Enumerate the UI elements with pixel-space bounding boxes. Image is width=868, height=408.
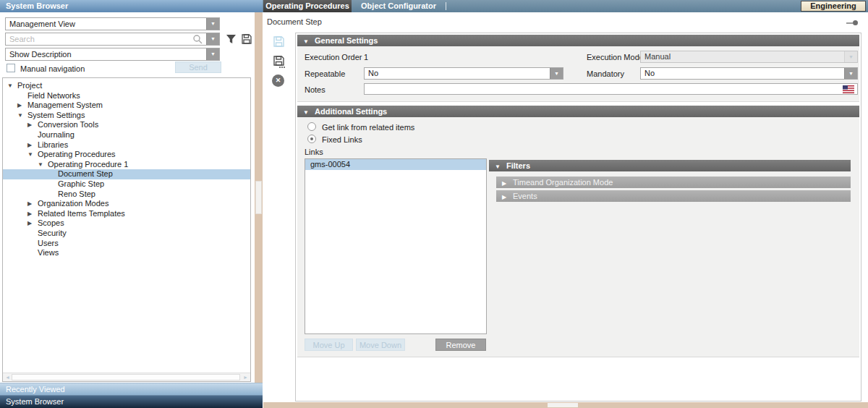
system-browser-panel-title: System Browser <box>0 0 263 12</box>
filters-header[interactable]: ▼Filters <box>489 160 851 171</box>
chevron-down-icon[interactable]: ▼ <box>844 68 857 79</box>
send-button[interactable]: Send <box>175 61 221 73</box>
chevron-glyph: ▼ <box>210 21 216 26</box>
remove-button[interactable]: Remove <box>435 339 486 351</box>
expanded-arrow-icon[interactable]: ▼ <box>38 160 48 170</box>
execution-order-label: Execution Order <box>305 53 362 61</box>
save-as-icon[interactable] <box>273 55 286 70</box>
tree-item-organization-modes[interactable]: ▶Organization Modes <box>3 199 250 209</box>
tree-item-label: Operating Procedure 1 <box>48 160 128 169</box>
save-search-icon[interactable] <box>241 33 252 46</box>
section-title: Additional Settings <box>315 107 387 116</box>
tree-item-label: Management System <box>27 101 103 109</box>
tree-item-libraries[interactable]: ▶Libraries <box>3 140 250 150</box>
fixed-links-radio[interactable] <box>307 135 316 143</box>
tab-object-configurator[interactable]: Object Configurator <box>352 0 446 12</box>
tree-item-label: Document Step <box>58 169 113 178</box>
tree-item-label: Libraries <box>38 140 68 149</box>
expanded-arrow-icon[interactable]: ▼ <box>17 111 27 121</box>
vertical-scrollbar[interactable] <box>255 12 263 383</box>
chevron-glyph: ▼ <box>848 71 854 76</box>
tree-item-journaling[interactable]: Journaling <box>3 130 250 140</box>
pin-icon[interactable] <box>846 20 858 25</box>
tree-item-users[interactable]: Users <box>3 239 250 249</box>
move-down-button[interactable]: Move Down <box>356 339 405 351</box>
tree-item-conversion-tools[interactable]: ▶Conversion Tools <box>3 120 250 130</box>
tree-item-label: Views <box>38 248 59 257</box>
expanded-arrow-icon[interactable]: ▼ <box>7 81 17 91</box>
tree-item-related-items-templates[interactable]: ▶Related Items Templates <box>3 209 250 219</box>
collapsed-arrow-icon[interactable]: ▶ <box>27 199 38 209</box>
search-input[interactable] <box>6 33 190 45</box>
scrollbar-thumb[interactable] <box>12 374 240 381</box>
repeatable-select[interactable]: No ▼ <box>364 67 563 80</box>
collapsed-arrow-icon: ▶ <box>502 192 513 203</box>
tree-item-scopes[interactable]: ▶Scopes <box>3 218 250 229</box>
engineering-button[interactable]: Engineering <box>801 1 866 12</box>
tree-item-document-step[interactable]: Document Step <box>3 169 250 179</box>
search-field: ▼ <box>5 33 220 46</box>
tree-item-label: Related Items Templates <box>38 209 125 218</box>
tree-item-reno-step[interactable]: Reno Step <box>3 190 250 200</box>
scrollbar-thumb[interactable] <box>255 181 262 214</box>
scrollbar-thumb[interactable] <box>548 403 578 407</box>
manual-navigation-checkbox[interactable] <box>7 64 15 72</box>
tree-item-label: System Settings <box>27 111 85 119</box>
description-selector[interactable]: Show Description ▼ <box>5 48 220 61</box>
system-browser-bar[interactable]: System Browser <box>0 395 263 408</box>
tree-item-security[interactable]: Security <box>3 229 250 239</box>
collapsed-arrow-icon[interactable]: ▶ <box>27 218 38 229</box>
collapsed-arrow-icon[interactable]: ▶ <box>17 101 27 111</box>
recently-viewed-bar[interactable]: Recently Viewed <box>0 383 263 395</box>
expanded-arrow-icon[interactable]: ▼ <box>27 150 38 160</box>
pin-dot <box>853 20 858 25</box>
mandatory-select[interactable]: No ▼ <box>640 67 858 80</box>
chevron-down-icon[interactable]: ▼ <box>206 18 219 30</box>
close-icon[interactable]: ✕ <box>272 75 284 87</box>
collapsed-arrow-icon[interactable]: ▶ <box>27 140 38 150</box>
chevron-down-icon: ▼ <box>844 51 857 62</box>
additional-settings-header[interactable]: ▼Additional Settings <box>297 106 859 117</box>
tree-item-management-system[interactable]: ▶Management System <box>3 101 250 111</box>
list-item[interactable]: gms-00054 <box>305 159 486 170</box>
collapsed-arrow-icon[interactable]: ▶ <box>27 120 38 130</box>
chevron-down-icon[interactable]: ▼ <box>550 68 563 79</box>
pin-line <box>846 22 853 24</box>
tree-item-label: Organization Modes <box>38 199 109 208</box>
scroll-right-icon[interactable]: ► <box>243 373 248 382</box>
search-options-chevron-icon[interactable]: ▼ <box>206 33 219 45</box>
filter-events-bar[interactable]: ▶Events <box>496 190 851 202</box>
links-listbox[interactable]: gms-00054 <box>305 158 487 334</box>
tree-item-graphic-step[interactable]: Graphic Step <box>3 179 250 190</box>
tree-item-label: Reno Step <box>58 190 95 198</box>
scroll-left-icon[interactable]: ◄ <box>5 373 10 382</box>
chevron-glyph: ▼ <box>210 36 216 41</box>
fixed-links-radio-label: Fixed Links <box>322 135 362 144</box>
tree-horizontal-scrollbar[interactable]: ◄ ► <box>3 373 250 381</box>
view-selector[interactable]: Management View ▼ <box>5 17 220 30</box>
filter-bar-label: Timeand Organization Mode <box>513 178 613 187</box>
tree-item-operating-procedure-1[interactable]: ▼Operating Procedure 1 <box>3 160 250 170</box>
move-up-button[interactable]: Move Up <box>305 339 353 351</box>
chevron-down-icon[interactable]: ▼ <box>206 48 219 60</box>
related-items-radio[interactable] <box>307 122 316 131</box>
tree-item-project[interactable]: ▼Project <box>3 81 250 91</box>
general-settings-header[interactable]: ▼General Settings <box>297 35 859 46</box>
filter-icon[interactable] <box>225 33 237 46</box>
notes-input[interactable] <box>364 83 858 95</box>
tree-rows: ▼Project Field Networks ▶Management Syst… <box>3 81 250 258</box>
execution-mode-label: Execution Mode <box>587 53 644 61</box>
mandatory-value: No <box>644 69 655 77</box>
filter-time-org-mode-bar[interactable]: ▶Timeand Organization Mode <box>496 177 851 188</box>
horizontal-scrollbar[interactable] <box>263 402 868 408</box>
collapsed-arrow-icon[interactable]: ▶ <box>27 209 38 219</box>
tab-operating-procedures[interactable]: Operating Procedures <box>263 0 352 12</box>
tree-item-label: Project <box>17 81 42 90</box>
tree-item-views[interactable]: Views <box>3 248 250 258</box>
tree-item-operating-procedures[interactable]: ▼Operating Procedures <box>3 150 250 160</box>
collapsed-arrow-icon: ▶ <box>502 178 513 190</box>
chevron-glyph: ▼ <box>210 51 216 56</box>
tree-item-system-settings[interactable]: ▼System Settings <box>3 111 250 121</box>
save-icon[interactable] <box>273 35 285 49</box>
tree-item-field-networks[interactable]: Field Networks <box>3 91 250 101</box>
